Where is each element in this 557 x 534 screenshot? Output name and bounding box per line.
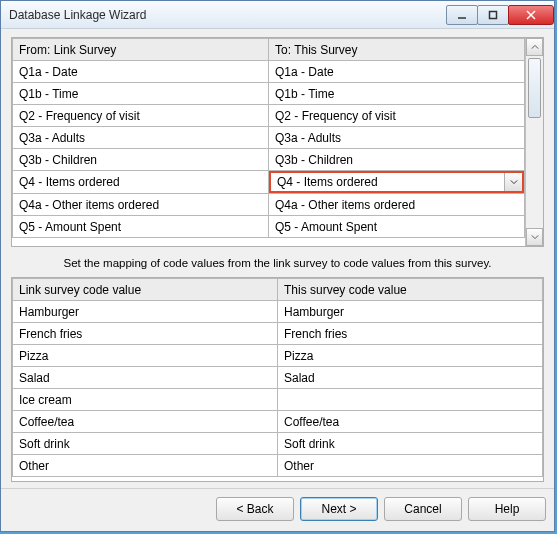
header-link-value: Link survey code value <box>13 279 278 301</box>
cell-this[interactable]: French fries <box>278 323 543 345</box>
wizard-body: From: Link Survey To: This Survey Q1a - … <box>1 29 554 488</box>
mapping-instruction: Set the mapping of code values from the … <box>11 253 544 271</box>
cell-from[interactable]: Q5 - Amount Spent <box>13 216 269 238</box>
cell-to[interactable]: Q3a - Adults <box>269 127 525 149</box>
back-button[interactable]: < Back <box>216 497 294 521</box>
close-button[interactable] <box>508 5 554 25</box>
cell-to[interactable]: Q5 - Amount Spent <box>269 216 525 238</box>
cell-from[interactable]: Q1b - Time <box>13 83 269 105</box>
cell-to[interactable]: Q1b - Time <box>269 83 525 105</box>
cell-this[interactable] <box>278 389 543 411</box>
cell-from[interactable]: Q2 - Frequency of visit <box>13 105 269 127</box>
cell-to[interactable]: Q2 - Frequency of visit <box>269 105 525 127</box>
maximize-button[interactable] <box>477 5 509 25</box>
svg-rect-1 <box>490 11 497 18</box>
code-mapping-grid[interactable]: Link survey code value This survey code … <box>12 278 543 477</box>
cell-link[interactable]: Hamburger <box>13 301 278 323</box>
help-button[interactable]: Help <box>468 497 546 521</box>
cell-to[interactable]: Q1a - Date <box>269 61 525 83</box>
cell-from[interactable]: Q3b - Children <box>13 149 269 171</box>
cell-this[interactable]: Salad <box>278 367 543 389</box>
cell-link[interactable]: Other <box>13 455 278 477</box>
cell-link[interactable]: Ice cream <box>13 389 278 411</box>
wizard-footer: < Back Next > Cancel Help <box>1 488 554 531</box>
scroll-down-icon[interactable] <box>526 228 543 246</box>
cell-link[interactable]: Pizza <box>13 345 278 367</box>
header-from: From: Link Survey <box>13 39 269 61</box>
cancel-button[interactable]: Cancel <box>384 497 462 521</box>
cell-link[interactable]: Coffee/tea <box>13 411 278 433</box>
header-this-value: This survey code value <box>278 279 543 301</box>
dropdown-value: Q4 - Items ordered <box>271 175 504 189</box>
next-button[interactable]: Next > <box>300 497 378 521</box>
cell-from[interactable]: Q3a - Adults <box>13 127 269 149</box>
field-mapping-grid[interactable]: From: Link Survey To: This Survey Q1a - … <box>12 38 525 246</box>
minimize-button[interactable] <box>446 5 478 25</box>
to-field-dropdown[interactable]: Q4 - Items ordered <box>269 171 524 193</box>
field-mapping-panel: From: Link Survey To: This Survey Q1a - … <box>11 37 544 247</box>
cell-link[interactable]: French fries <box>13 323 278 345</box>
chevron-down-icon <box>504 173 522 191</box>
vertical-scrollbar[interactable] <box>525 38 543 246</box>
scroll-up-icon[interactable] <box>526 38 543 56</box>
wizard-window: Database Linkage Wizard From: Link Surve… <box>0 0 555 532</box>
scroll-track[interactable] <box>526 120 543 228</box>
cell-link[interactable]: Soft drink <box>13 433 278 455</box>
cell-from[interactable]: Q4 - Items ordered <box>13 172 268 192</box>
cell-from[interactable]: Q1a - Date <box>13 61 269 83</box>
cell-this[interactable]: Other <box>278 455 543 477</box>
header-to: To: This Survey <box>269 39 525 61</box>
code-mapping-panel: Link survey code value This survey code … <box>11 277 544 482</box>
cell-this[interactable]: Soft drink <box>278 433 543 455</box>
window-title: Database Linkage Wizard <box>9 8 146 22</box>
scroll-thumb[interactable] <box>528 58 541 118</box>
cell-this[interactable]: Hamburger <box>278 301 543 323</box>
cell-from[interactable]: Q4a - Other items ordered <box>13 194 269 216</box>
cell-this[interactable]: Coffee/tea <box>278 411 543 433</box>
cell-to[interactable]: Q3b - Children <box>269 149 525 171</box>
titlebar: Database Linkage Wizard <box>1 1 554 29</box>
cell-to[interactable]: Q4a - Other items ordered <box>269 194 525 216</box>
cell-link[interactable]: Salad <box>13 367 278 389</box>
cell-this[interactable]: Pizza <box>278 345 543 367</box>
window-controls <box>447 5 554 25</box>
